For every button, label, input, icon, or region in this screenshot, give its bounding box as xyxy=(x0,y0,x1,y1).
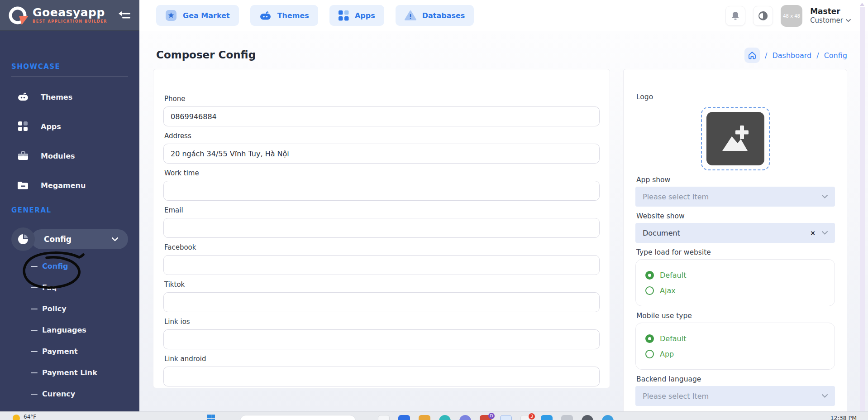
topnav-databases-button[interactable]: Databases xyxy=(396,5,474,26)
phone-label: Phone xyxy=(164,95,600,103)
dash-icon xyxy=(31,330,38,331)
sidebar-logo-row: Goeasyapp BEST APPLICATION BUILDER xyxy=(0,0,139,31)
taskbar-app-icon[interactable] xyxy=(419,415,430,420)
taskbar-clock[interactable]: 12:38 PM xyxy=(830,415,857,420)
sidebar-subitem-label: Payment xyxy=(42,347,78,356)
logo-label: Logo xyxy=(636,93,835,101)
taskbar-search-input[interactable] xyxy=(240,415,356,420)
breadcrumb-dashboard-link[interactable]: Dashboard xyxy=(772,51,811,60)
mobile-use-option-app[interactable]: App xyxy=(645,347,825,361)
sidebar-subitem-label: Config xyxy=(42,262,68,270)
radio-unselected-icon[interactable] xyxy=(645,350,654,358)
brand-logo-icon xyxy=(7,5,28,26)
sidebar-subitem-payment[interactable]: Payment xyxy=(0,341,139,362)
breadcrumb-home-button[interactable] xyxy=(744,48,760,63)
chevron-down-icon xyxy=(112,237,118,241)
facebook-label: Facebook xyxy=(164,243,600,251)
notifications-button[interactable] xyxy=(725,6,745,26)
user-menu[interactable]: Master Customer xyxy=(810,7,851,25)
breadcrumb-separator: / xyxy=(765,51,767,60)
taskbar-app-icon[interactable] xyxy=(602,415,614,420)
topnav-label: Gea Market xyxy=(183,11,230,20)
composer-config-form-card: Phone Address Work time Email Facebook T… xyxy=(153,69,610,388)
sidebar-item-label: Modules xyxy=(41,152,75,160)
taskbar-app-icon[interactable] xyxy=(561,415,573,420)
logo-upload-dropzone[interactable] xyxy=(701,107,770,170)
sidebar-subitem-payment-link[interactable]: Payment Link xyxy=(0,362,139,383)
taskbar-app-icon[interactable] xyxy=(378,415,390,420)
clear-selection-icon[interactable]: × xyxy=(810,229,816,237)
sidebar-subitem-faq[interactable]: Faq xyxy=(0,277,139,298)
topnav-apps-button[interactable]: Apps xyxy=(329,5,384,26)
link-ios-input[interactable] xyxy=(163,329,600,349)
type-load-label: Type load for website xyxy=(636,248,835,256)
type-load-option-ajax[interactable]: Ajax xyxy=(645,284,825,297)
sidebar-item-label: Themes xyxy=(41,93,72,101)
radio-unselected-icon[interactable] xyxy=(645,286,654,295)
sidebar-config-children: Config Faq Policy Languages Payment Paym… xyxy=(0,256,139,405)
phone-input[interactable] xyxy=(163,106,600,126)
sidebar-subitem-config[interactable]: Config xyxy=(0,256,139,277)
sidebar-item-apps[interactable]: Apps xyxy=(17,117,139,135)
facebook-input[interactable] xyxy=(163,255,600,275)
notification-badge: 3 xyxy=(529,413,535,420)
weather-temperature[interactable]: 64°F xyxy=(24,414,36,420)
page-scrollbar[interactable] xyxy=(860,7,865,411)
chevron-down-icon xyxy=(822,394,828,398)
sidebar-divider xyxy=(11,76,128,77)
sidebar-subitem-languages[interactable]: Languages xyxy=(0,319,139,341)
windows-start-icon[interactable] xyxy=(207,415,215,420)
mobile-use-option-default[interactable]: Default xyxy=(645,332,825,345)
radio-selected-icon[interactable] xyxy=(645,334,654,343)
sidebar-item-modules[interactable]: Modules xyxy=(17,147,139,165)
topbar-right-controls: 48 x 48 Master Customer xyxy=(725,5,851,27)
taskbar-app-icon[interactable] xyxy=(541,415,553,420)
topnav-label: Apps xyxy=(355,11,375,20)
topbar: Gea Market Themes Apps xyxy=(139,0,868,31)
contrast-icon xyxy=(758,10,768,21)
taskbar-app-icon[interactable]: 3 xyxy=(520,415,532,420)
grid-icon xyxy=(17,121,29,131)
sidebar-item-themes[interactable]: Themes xyxy=(17,88,139,106)
sidebar-subitem-policy[interactable]: Policy xyxy=(0,298,139,319)
breadcrumb: / Dashboard / Config xyxy=(744,48,847,63)
breadcrumb-config-link[interactable]: Config xyxy=(824,51,847,60)
backend-language-select[interactable]: Please select Item xyxy=(635,386,835,406)
email-input[interactable] xyxy=(163,218,600,238)
type-load-option-default[interactable]: Default xyxy=(645,268,825,282)
topnav-themes-button[interactable]: Themes xyxy=(250,5,318,26)
sidebar-group-config-pill[interactable]: Config xyxy=(31,229,128,249)
dark-mode-toggle-button[interactable] xyxy=(753,6,773,26)
composer-config-settings-card: Logo App show Please select Item Website… xyxy=(623,69,847,411)
sidebar-subitem-curency[interactable]: Curency xyxy=(0,383,139,405)
avatar[interactable]: 48 x 48 xyxy=(781,5,802,27)
collapse-sidebar-button[interactable] xyxy=(117,9,132,22)
website-show-label: Website show xyxy=(636,212,835,220)
weather-sun-icon[interactable] xyxy=(13,415,20,420)
taskbar-app-icon[interactable] xyxy=(500,415,512,420)
dash-icon xyxy=(31,394,38,395)
tiktok-input[interactable] xyxy=(163,292,600,312)
chevron-down-icon xyxy=(846,19,851,22)
bell-icon xyxy=(730,11,740,21)
address-input[interactable] xyxy=(163,144,600,164)
sidebar-item-megamenu[interactable]: Megamenu xyxy=(17,176,139,194)
sidebar-subitem-label: Languages xyxy=(42,326,86,334)
taskbar-app-icon[interactable] xyxy=(582,415,593,420)
topnav-gea-market-button[interactable]: Gea Market xyxy=(156,5,239,26)
taskbar-app-icon[interactable]: D xyxy=(480,415,491,420)
work-time-input[interactable] xyxy=(163,181,600,201)
folder-icon xyxy=(17,181,29,189)
scrollbar-up-arrow[interactable] xyxy=(860,3,864,6)
dash-icon xyxy=(31,372,38,373)
avatar-placeholder-text: 48 x 48 xyxy=(783,14,800,19)
app-show-select[interactable]: Please select Item xyxy=(635,187,835,207)
sidebar-item-label: Apps xyxy=(41,122,61,131)
website-show-select[interactable]: Document × xyxy=(635,223,835,243)
link-android-input[interactable] xyxy=(163,367,600,386)
radio-selected-icon[interactable] xyxy=(645,271,654,280)
taskbar-app-icon[interactable] xyxy=(459,415,471,420)
taskbar-app-icon[interactable] xyxy=(398,415,410,420)
taskbar-app-icon[interactable] xyxy=(439,415,451,420)
sidebar-group-config[interactable]: Config xyxy=(11,227,139,251)
